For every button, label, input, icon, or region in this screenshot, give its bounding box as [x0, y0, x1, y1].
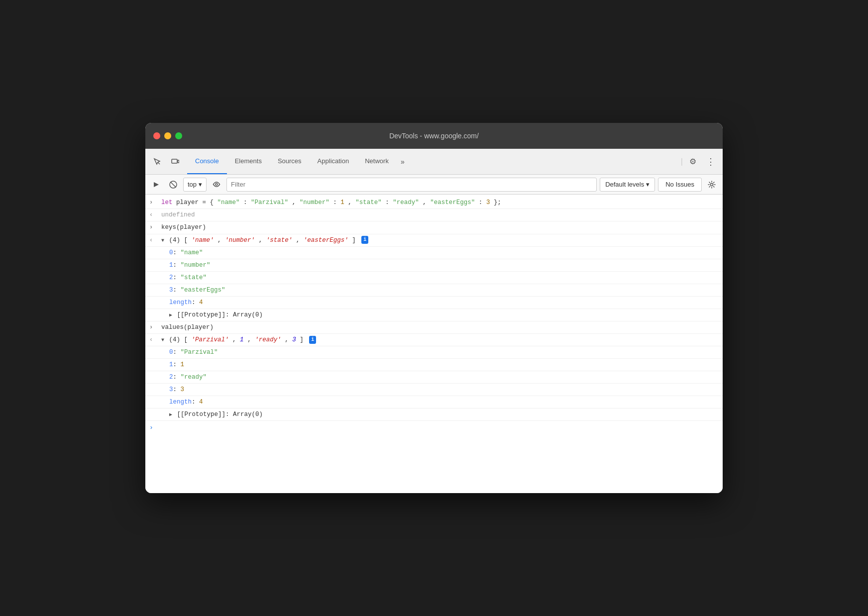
tab-sources[interactable]: Sources — [270, 149, 310, 174]
tab-bar: Console Elements Sources Application Net… — [187, 149, 681, 174]
maximize-button[interactable] — [175, 132, 182, 139]
default-levels-button[interactable]: Default levels ▾ — [600, 178, 655, 192]
device-toolbar-button[interactable] — [167, 154, 183, 170]
array-2-prototype[interactable]: ▶ [[Prototype]]: Array(0) — [145, 409, 723, 421]
array-2-item-3: 3: 3 — [145, 384, 723, 396]
output-prefix-2: ‹ — [149, 235, 161, 245]
console-toolbar: top ▾ Default levels ▾ No Issues — [145, 175, 723, 195]
settings-button[interactable]: ⚙ — [685, 154, 701, 170]
info-badge-2[interactable]: i — [309, 336, 316, 344]
array-1-item-0: 0: "name" — [145, 247, 723, 259]
console-array-2-header[interactable]: ▼ (4) [ 'Parzival' , 1 , 'ready' , 3 ] i — [161, 335, 719, 345]
console-array-1-header[interactable]: ▼ (4) [ 'name' , 'number' , 'state' , 'e… — [161, 235, 719, 245]
console-input-values: values(player) — [161, 322, 719, 332]
console-output-area: › let player = { "name" : "Parzival" , "… — [145, 195, 723, 493]
context-selector[interactable]: top ▾ — [183, 178, 207, 192]
minimize-button[interactable] — [164, 132, 171, 139]
svg-point-6 — [216, 184, 217, 186]
collapse-arrow-2[interactable]: ▼ — [161, 336, 164, 344]
svg-marker-3 — [154, 182, 159, 187]
window-title: DevTools - www.google.com/ — [389, 132, 479, 140]
array-2-item-0: 0: "Parzival" — [145, 346, 723, 359]
more-options-button[interactable]: ⋮ — [703, 154, 719, 170]
input-prefix-2: › — [149, 222, 161, 232]
array-2-item-1: 1: 1 — [145, 359, 723, 371]
separator: | — [681, 157, 683, 166]
prototype-expand-1[interactable]: ▶ — [169, 311, 172, 319]
console-entry-2: ‹ undefined — [145, 209, 723, 221]
devtools-window: DevTools - www.google.com/ Console — [145, 123, 723, 493]
array-1-prototype[interactable]: ▶ [[Prototype]]: Array(0) — [145, 309, 723, 321]
console-entry-1: › let player = { "name" : "Parzival" , "… — [145, 197, 723, 209]
tab-network[interactable]: Network — [357, 149, 397, 174]
tab-console[interactable]: Console — [187, 149, 227, 174]
console-settings-button[interactable] — [705, 178, 719, 192]
console-input-keys: keys(player) — [161, 222, 719, 232]
eye-button[interactable] — [210, 178, 223, 192]
svg-point-7 — [711, 183, 713, 186]
console-entry-5: › values(player) — [145, 321, 723, 334]
svg-line-5 — [171, 182, 176, 187]
traffic-lights — [153, 132, 182, 139]
array-1-item-3: 3: "easterEggs" — [145, 284, 723, 297]
array-item-content: 0: "name" — [169, 248, 719, 258]
input-prefix-3: › — [149, 322, 161, 332]
more-tabs-button[interactable]: » — [397, 149, 409, 174]
tab-application[interactable]: Application — [310, 149, 357, 174]
svg-rect-1 — [172, 159, 177, 163]
main-toolbar: Console Elements Sources Application Net… — [145, 149, 723, 175]
array-1-item-2: 2: "state" — [145, 272, 723, 284]
block-requests-button[interactable] — [166, 178, 180, 192]
console-prompt: › — [149, 423, 153, 433]
console-repl-input[interactable] — [155, 424, 719, 432]
console-entry-3: › keys(player) — [145, 221, 723, 234]
array-1-item-1: 1: "number" — [145, 259, 723, 272]
filter-input[interactable] — [226, 178, 597, 192]
toolbar-icon-group — [149, 154, 183, 170]
array-1-length: length: 4 — [145, 297, 723, 309]
console-output-undefined: undefined — [161, 210, 719, 220]
console-input-1: let player = { "name" : "Parzival" , "nu… — [161, 198, 719, 207]
output-prefix-3: ‹ — [149, 335, 161, 345]
array-2-item-2: 2: "ready" — [145, 371, 723, 384]
collapse-arrow[interactable]: ▼ — [161, 237, 164, 245]
console-entry-6: ‹ ▼ (4) [ 'Parzival' , 1 , 'ready' , 3 ]… — [145, 334, 723, 346]
prototype-expand-2[interactable]: ▶ — [169, 411, 172, 419]
inspect-element-button[interactable] — [149, 154, 165, 170]
output-prefix: ‹ — [149, 210, 161, 220]
svg-rect-2 — [178, 160, 179, 163]
title-bar: DevTools - www.google.com/ — [145, 123, 723, 149]
svg-line-0 — [158, 162, 160, 164]
clear-console-button[interactable] — [149, 178, 163, 192]
toolbar-right-actions: | ⚙ ⋮ — [681, 154, 719, 170]
input-prefix: › — [149, 198, 161, 207]
array-2-length: length: 4 — [145, 396, 723, 409]
console-entry-4: ‹ ▼ (4) [ 'name' , 'number' , 'state' , … — [145, 234, 723, 247]
console-input-area[interactable]: › — [145, 421, 723, 435]
tab-elements[interactable]: Elements — [227, 149, 270, 174]
close-button[interactable] — [153, 132, 160, 139]
no-issues-button[interactable]: No Issues — [658, 178, 702, 192]
info-badge-1[interactable]: i — [361, 236, 368, 244]
